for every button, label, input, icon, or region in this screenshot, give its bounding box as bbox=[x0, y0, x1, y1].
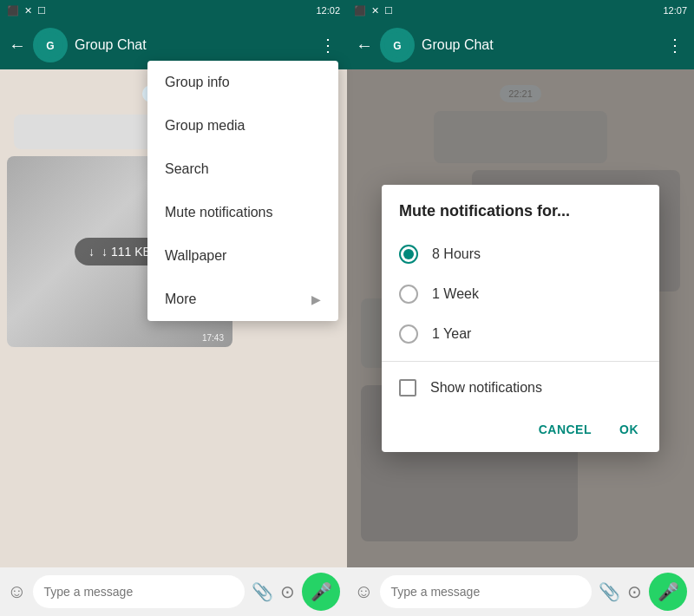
download-icon: ↓ bbox=[88, 245, 95, 259]
media-timestamp: 17:43 bbox=[202, 333, 224, 343]
status-icons-right: 12:02 bbox=[316, 5, 340, 16]
emoji-button-left[interactable]: ☺ bbox=[7, 580, 26, 603]
svg-text:G: G bbox=[46, 40, 54, 52]
menu-item-search[interactable]: Search bbox=[147, 147, 338, 191]
time-right: 12:07 bbox=[663, 5, 687, 16]
show-notifications-checkbox[interactable] bbox=[399, 379, 416, 396]
show-notifications-label: Show notifications bbox=[430, 380, 542, 396]
chat-background-right: 22:21 Mute notifications for... 8 Hours bbox=[347, 69, 694, 567]
attach-button-left[interactable]: 📎 bbox=[252, 581, 273, 602]
chat-header-right: ← G Group Chat ⋮ bbox=[347, 21, 694, 69]
mic-button-left[interactable]: 🎤 bbox=[302, 573, 340, 611]
option-label-1year: 1 Year bbox=[432, 326, 471, 342]
dialog-divider bbox=[382, 361, 659, 362]
time-left: 12:02 bbox=[316, 5, 340, 16]
menu-item-mute[interactable]: Mute notifications bbox=[147, 191, 338, 234]
emoji-button-right[interactable]: ☺ bbox=[354, 580, 373, 603]
menu-item-more[interactable]: More ▶ bbox=[147, 278, 338, 321]
mic-icon: 🎤 bbox=[311, 581, 332, 602]
message-input-right[interactable] bbox=[380, 575, 592, 608]
option-1year[interactable]: 1 Year bbox=[382, 314, 659, 354]
option-8hours[interactable]: 8 Hours bbox=[382, 234, 659, 274]
menu-item-group-info[interactable]: Group info bbox=[147, 61, 338, 104]
group-name-left: Group Chat bbox=[75, 37, 312, 53]
app-icon-right: ⬛ bbox=[354, 5, 366, 16]
radio-8hours[interactable] bbox=[399, 245, 418, 264]
svg-text:G: G bbox=[393, 40, 401, 52]
back-button[interactable]: ← bbox=[9, 36, 26, 56]
right-panel: ⬛ ✕ ☐ 12:07 ← G Group Chat ⋮ 22:21 bbox=[347, 0, 694, 616]
option-label-1week: 1 Week bbox=[432, 286, 479, 302]
chat-footer-left: ☺ 📎 ⊙ 🎤 bbox=[0, 567, 347, 616]
mute-dialog: Mute notifications for... 8 Hours 1 Week bbox=[382, 185, 659, 452]
radio-inner-8hours bbox=[403, 249, 414, 259]
option-1week[interactable]: 1 Week bbox=[382, 274, 659, 314]
chat-header-left: ← G Group Chat ⋮ Group info Group media bbox=[0, 21, 347, 69]
more-options-button-left[interactable]: ⋮ bbox=[319, 36, 338, 55]
attach-button-right[interactable]: 📎 bbox=[599, 581, 620, 602]
window-icon-right: ☐ bbox=[384, 5, 393, 16]
menu-item-wallpaper[interactable]: Wallpaper bbox=[147, 234, 338, 278]
dialog-backdrop: Mute notifications for... 8 Hours 1 Week bbox=[347, 69, 694, 567]
mic-icon-right: 🎤 bbox=[658, 581, 679, 602]
close-icon-right: ✕ bbox=[371, 5, 379, 16]
avatar-left: G bbox=[33, 28, 68, 62]
option-label-8hours: 8 Hours bbox=[432, 246, 481, 262]
context-menu: Group info Group media Search Mute notif… bbox=[147, 61, 338, 321]
back-button-right[interactable]: ← bbox=[356, 36, 373, 56]
app-icon-left: ⬛ bbox=[7, 5, 19, 16]
camera-button-right[interactable]: ⊙ bbox=[627, 581, 642, 602]
status-time-right: 12:07 bbox=[663, 5, 687, 16]
mic-button-right[interactable]: 🎤 bbox=[649, 573, 687, 611]
status-icons-left: ⬛ ✕ ☐ bbox=[7, 5, 46, 16]
status-bar-right: ⬛ ✕ ☐ 12:07 bbox=[347, 0, 694, 21]
ok-button[interactable]: OK bbox=[612, 417, 645, 442]
close-icon: ✕ bbox=[24, 5, 32, 16]
left-panel: ⬛ ✕ ☐ 12:02 ← G Group Chat ⋮ Group info bbox=[0, 0, 347, 616]
message-input-left[interactable] bbox=[33, 575, 245, 608]
more-arrow-icon: ▶ bbox=[311, 292, 321, 306]
avatar-right: G bbox=[380, 28, 415, 62]
menu-item-group-media[interactable]: Group media bbox=[147, 104, 338, 147]
cancel-button[interactable]: CANCEL bbox=[532, 417, 599, 442]
radio-1week[interactable] bbox=[399, 285, 418, 304]
radio-1year[interactable] bbox=[399, 324, 418, 344]
status-icons-right-left: ⬛ ✕ ☐ bbox=[354, 5, 393, 16]
chat-header-info-right: Group Chat bbox=[422, 37, 659, 53]
camera-button-left[interactable]: ⊙ bbox=[280, 581, 295, 602]
chat-header-info-left: Group Chat bbox=[75, 37, 312, 53]
message-bubble-received bbox=[14, 115, 153, 149]
dialog-actions: CANCEL OK bbox=[382, 407, 659, 452]
dialog-title: Mute notifications for... bbox=[382, 202, 659, 234]
media-size-label: ↓ 111 KB bbox=[101, 245, 151, 259]
show-notifications-row[interactable]: Show notifications bbox=[382, 369, 659, 407]
status-bar-left: ⬛ ✕ ☐ 12:02 bbox=[0, 0, 347, 21]
chat-footer-right: ☺ 📎 ⊙ 🎤 bbox=[347, 567, 694, 616]
group-name-right: Group Chat bbox=[422, 37, 659, 53]
more-options-button-right[interactable]: ⋮ bbox=[666, 35, 685, 56]
window-icon: ☐ bbox=[37, 5, 46, 16]
